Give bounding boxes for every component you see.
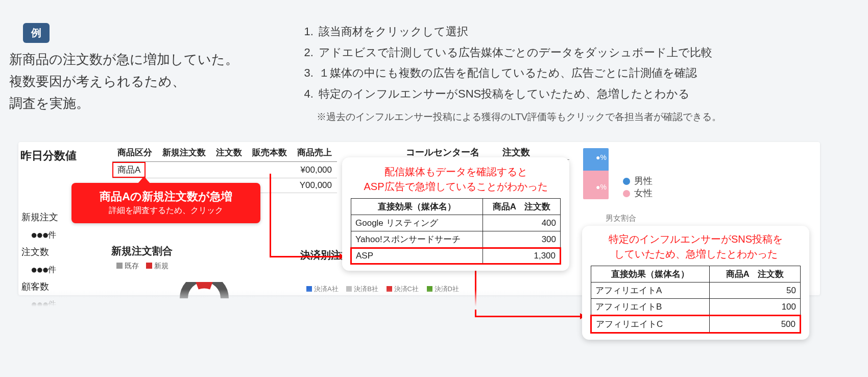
legend-male: 男性 (634, 176, 653, 186)
table-row[interactable]: Yahoo!スポンサードサーチ 300 (351, 231, 561, 248)
th-category: 商品区分 (112, 145, 157, 162)
affiliate-value: 100 (709, 299, 800, 316)
sales-2: Y00,000 (292, 178, 337, 193)
legend-swatch-existing (116, 263, 123, 269)
table-header-row: 商品区分 新規注文数 注文数 販売本数 商品売上 (112, 145, 337, 162)
media-name: ASP (351, 248, 483, 264)
callout-title: 商品Aの新規注文数が急増 (77, 189, 255, 204)
gender-bar-chart: ●% ●% (583, 148, 609, 199)
affiliate-name: アフィリエイトA (591, 282, 710, 299)
stat-value: ●●● (31, 298, 48, 311)
legend-label: 新規 (154, 262, 168, 270)
ratio-title: 新規注文割合 (111, 244, 173, 258)
gender-legend: 男性 女性 (623, 175, 653, 199)
dot-male-icon (623, 178, 630, 185)
arrow-line (270, 256, 343, 257)
callout-product-a: 商品Aの新規注文数が急増 詳細を調査するため、クリック (71, 183, 260, 223)
stat-value: ●●● (31, 228, 48, 241)
affiliate-name: アフィリエイトB (591, 299, 710, 316)
table-row[interactable]: Google リスティング 400 (351, 215, 561, 231)
cc-h2: 注文数 (502, 147, 530, 157)
arrow-line (475, 316, 583, 317)
media-value: 1,300 (483, 248, 561, 264)
stat-value: ●●● (31, 263, 48, 276)
intro-line-2: 複数要因が考えられるため、 (9, 70, 238, 92)
payment-legend: 決済A社 決済B社 決済C社 決済D社 (300, 285, 459, 294)
intro-text: 新商品の注文数が急に増加していた。 複数要因が考えられるため、 調査を実施。 (9, 49, 238, 114)
callout-text-2: していたため、急増したとわかった (590, 247, 801, 262)
pct-male: ●% (596, 153, 607, 161)
stat-unit: 件 (48, 300, 56, 309)
th-sales: 商品売上 (292, 145, 337, 162)
steps-note: ※過去のインフルエンサー投稿による獲得のLTV評価等もクリックで各担当者が確認で… (317, 108, 721, 126)
legend-label: 決済A社 (314, 285, 339, 293)
section-title: 昨日分数値 (20, 148, 77, 163)
legend-swatch-b (346, 286, 352, 292)
media-name: Yahoo!スポンサードサーチ (351, 231, 483, 248)
th-orders: 商品A 注文数 (483, 199, 561, 215)
step-4: 特定のインフルエンサーがSNS投稿をしていたため、急増したとわかる (317, 84, 721, 105)
step-2: アドエビスで計測している広告媒体ごとのデータをダッシュボード上で比較 (317, 42, 721, 63)
sales-1: ¥00,000 (292, 162, 337, 178)
pct-female: ●% (596, 183, 607, 191)
arrow-line (475, 266, 476, 317)
callout-text-1: 配信媒体もデータを確認すると (350, 164, 561, 179)
donut-chart-icon (174, 282, 235, 298)
intro-line-1: 新商品の注文数が急に増加していた。 (9, 49, 238, 70)
legend-swatch-a (306, 286, 312, 292)
table-row[interactable]: 商品A ¥00,000 (112, 162, 337, 178)
arrow-line (270, 174, 271, 257)
legend-swatch-c (387, 286, 392, 292)
callcenter-header: コールセンター名 注文数 (385, 146, 530, 158)
legend-swatch-new (146, 263, 152, 269)
table-row[interactable]: アフィリエイトA 50 (591, 282, 801, 299)
stat-label: 顧客数 (21, 281, 49, 292)
th-units: 販売本数 (247, 145, 292, 162)
table-row-highlight[interactable]: アフィリエイトC 500 (591, 316, 801, 333)
th-new-orders: 新規注文数 (157, 145, 211, 162)
callout-media-table: 配信媒体もデータを確認すると ASP広告で急増していることがわかった 直接効果（… (342, 157, 569, 271)
legend-swatch-d (427, 286, 432, 292)
callout-text-2: ASP広告で急増していることがわかった (350, 179, 561, 194)
stat-label: 新規注文 (21, 212, 58, 222)
callout-sub: 詳細を調査するため、クリック (77, 205, 255, 216)
legend-label: 決済D社 (435, 285, 459, 293)
steps-list: 該当商材をクリックして選択 アドエビスで計測している広告媒体ごとのデータをダッシ… (301, 21, 721, 126)
table-row[interactable]: アフィリエイトB 100 (591, 299, 801, 316)
media-value: 400 (483, 215, 561, 231)
dot-female-icon (623, 190, 630, 197)
legend-label: 既存 (125, 262, 139, 270)
step-1: 該当商材をクリックして選択 (317, 21, 721, 42)
affiliate-name: アフィリエイトC (591, 316, 710, 333)
intro-line-3: 調査を実施。 (9, 92, 238, 114)
step-3: １媒体の中にも複数の広告を配信しているため、広告ごとに計測値を確認 (317, 63, 721, 84)
legend-female: 女性 (634, 188, 653, 198)
product-a-cell[interactable]: 商品A (112, 162, 146, 178)
table-row-highlight[interactable]: ASP 1,300 (351, 248, 561, 264)
stat-unit: 件 (48, 230, 56, 239)
stats-block: 新規注文 ●●●件 注文数 ●●●件 顧客数 ●●●件 (21, 209, 58, 314)
legend-label: 決済B社 (354, 285, 378, 293)
ratio-legend: 既存 新規 (111, 262, 168, 271)
callout-affiliate-table: 特定のインフルエンサーがSNS投稿を していたため、急増したとわかった 直接効果… (582, 226, 809, 340)
stat-unit: 件 (48, 265, 56, 274)
cc-h1: コールセンター名 (406, 147, 479, 157)
stat-label: 注文数 (21, 247, 49, 257)
th-orders: 注文数 (211, 145, 247, 162)
th-media: 直接効果（媒体名） (351, 199, 483, 215)
media-name: Google リスティング (351, 215, 483, 231)
th-media: 直接効果（媒体名） (591, 266, 710, 282)
affiliate-table: 直接効果（媒体名） 商品A 注文数 アフィリエイトA 50 アフィリエイトB 1… (590, 266, 801, 334)
gender-caption: 男女割合 (606, 214, 636, 223)
legend-label: 決済C社 (394, 285, 419, 293)
affiliate-value: 500 (709, 316, 800, 333)
affiliate-value: 50 (709, 282, 800, 299)
media-value: 300 (483, 231, 561, 248)
callout-text-1: 特定のインフルエンサーがSNS投稿を (590, 232, 801, 247)
th-orders: 商品A 注文数 (709, 266, 800, 282)
media-table: 直接効果（媒体名） 商品A 注文数 Google リスティング 400 Yaho… (350, 198, 561, 265)
example-badge: 例 (23, 23, 50, 43)
